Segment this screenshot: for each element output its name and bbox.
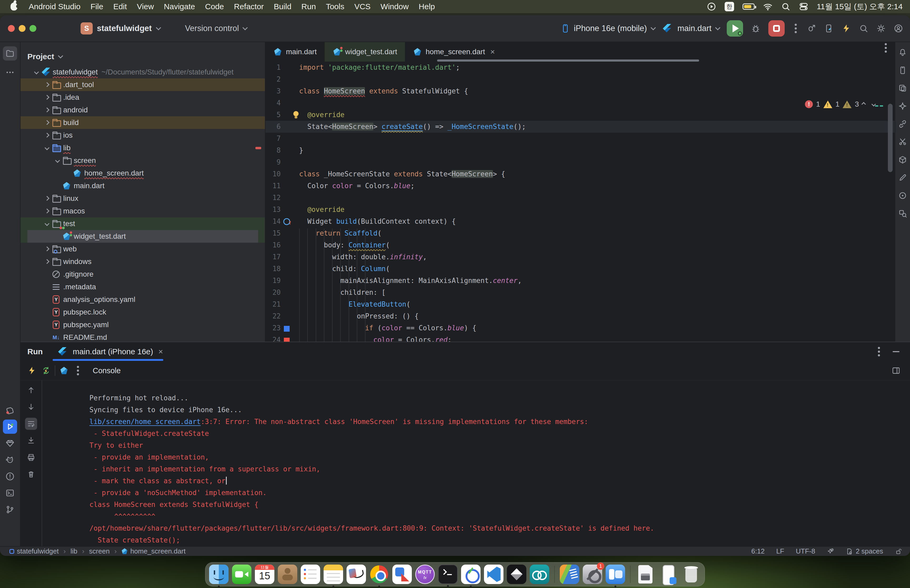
ai-assistant-disabled-icon[interactable] [827,548,834,555]
tree-row[interactable]: linux [21,192,265,205]
tree-chevron-icon[interactable] [43,244,52,254]
line-ending[interactable]: LF [776,547,784,556]
dock-app-icon[interactable] [346,565,366,584]
gutter-icon[interactable] [283,241,292,250]
dock-app-icon[interactable] [636,565,655,584]
menu-item[interactable]: Refactor [229,2,268,11]
menu-item[interactable]: File [86,2,108,11]
gutter-icon[interactable] [283,182,292,191]
dock-app-icon[interactable]: MQTT fx [415,565,435,584]
search-everywhere-icon[interactable] [859,24,868,33]
project-tool-button[interactable] [3,46,17,61]
settings-gear-icon[interactable] [876,24,886,33]
tree-chevron-icon[interactable] [43,333,52,342]
debug-icon[interactable] [751,24,760,33]
gutter-icon[interactable] [283,324,292,333]
tree-row[interactable]: home_screen.dart [21,167,265,179]
code-line[interactable]: 17 width: double.infinity, [265,251,895,263]
terminal-tool-button[interactable] [3,486,17,500]
run-tool-button[interactable] [3,420,17,434]
menu-item[interactable]: Help [414,2,440,11]
gutter-icon[interactable] [283,288,292,297]
code-line[interactable]: 13 @override [265,204,895,216]
code-line[interactable]: 15 return Scaffold( [265,228,895,239]
more-actions-icon[interactable] [795,27,797,29]
menu-item[interactable]: Run [296,2,321,11]
tree-row[interactable]: .dart_tool [21,78,265,91]
spotlight-search-icon[interactable] [781,2,790,11]
profile-icon[interactable] [894,24,903,33]
gutter-icon[interactable] [283,312,292,321]
code-line[interactable]: 18 child: Column( [265,263,895,275]
dock-app-icon[interactable] [606,565,625,584]
code-line[interactable]: 12 [265,192,895,204]
menu-item[interactable]: Edit [108,2,132,11]
tree-row[interactable]: README.md [21,331,265,342]
dock-app-icon[interactable]: 1 [583,565,602,584]
tree-chevron-icon[interactable] [43,295,52,304]
code-line[interactable]: 9 [265,156,895,168]
tree-row[interactable]: windows [21,255,265,268]
code-line[interactable]: 24 color = Colors.red; [265,334,895,342]
device-mirror-icon[interactable] [824,24,834,33]
dock-app-icon[interactable] [438,565,457,584]
tree-row[interactable]: screen [21,154,265,167]
stop-button[interactable] [768,20,785,37]
tree-row[interactable]: analysis_options.yaml [21,293,265,306]
tree-row[interactable]: build [21,116,265,129]
hide-panel-icon[interactable] [892,351,899,352]
tab-options-icon[interactable] [885,47,887,49]
gutter-icon[interactable] [283,276,292,285]
running-devices-icon[interactable] [898,84,907,93]
tree-chevron-icon[interactable] [43,257,52,266]
code-line[interactable]: 19 mainAxisAlignment: MainAxisAlignment.… [265,275,895,287]
code-line[interactable]: 6 State<HomeScreen> createSate() => _Hom… [265,121,895,132]
code-line[interactable]: 20 children: [ [265,287,895,299]
project-panel-header[interactable]: Project [21,42,265,63]
inspect-icon[interactable] [898,191,907,200]
tree-chevron-icon[interactable] [43,131,52,140]
tree-chevron-icon[interactable] [43,219,52,228]
dock-app-icon[interactable] [630,565,630,583]
menu-item[interactable]: View [132,2,159,11]
dock-app-icon[interactable] [323,565,343,584]
breadcrumb-item[interactable]: screen [89,547,119,556]
tree-chevron-icon[interactable] [43,105,52,115]
screen-record-icon[interactable] [707,2,716,11]
code-line[interactable]: 4 [265,97,895,109]
menu-item[interactable]: Code [200,2,229,11]
indent-setting[interactable]: 2 spaces [846,547,883,556]
console-output[interactable]: Performing hot reload... Syncing files t… [43,380,910,546]
code-line[interactable]: 10 class _HomeScreenState extends State<… [265,168,895,180]
close-tab-icon[interactable]: × [490,47,495,57]
run-button[interactable] [727,20,743,37]
tree-row[interactable]: .metadata [21,281,265,293]
gutter-icon[interactable] [283,75,292,84]
gutter-icon[interactable] [283,253,292,262]
tree-row[interactable]: statefulwidget ~/Documents/Study/flutter… [21,66,265,78]
tree-chevron-icon[interactable] [43,320,52,329]
ime-korean-indicator[interactable]: 한 [725,2,734,11]
code-line[interactable]: 22 onPressed: () { [265,310,895,322]
hot-reload-icon[interactable] [842,24,851,33]
menu-item[interactable]: Tools [321,2,349,11]
code-line[interactable]: 14 Widget build(BuildContext context) { [265,216,895,228]
tree-chevron-icon[interactable] [43,270,52,279]
panel-layout-icon[interactable] [892,366,900,375]
tree-chevron-icon[interactable] [43,80,52,89]
cut-icon[interactable] [898,137,907,146]
clear-console-icon[interactable] [25,468,37,480]
run-panel-options-icon[interactable] [878,351,880,353]
zoom-window-button[interactable] [29,25,36,32]
dock-app-icon[interactable] [681,565,701,584]
gutter-icon[interactable] [283,123,292,131]
code-line[interactable]: 16 body: Container( [265,239,895,251]
dock-app-icon[interactable] [232,565,251,584]
tree-row[interactable]: .idea [21,91,265,104]
tree-chevron-icon[interactable] [43,118,52,127]
tree-row[interactable]: .gitignore [21,268,265,281]
tree-chevron-icon[interactable] [43,144,52,152]
close-window-button[interactable] [8,25,15,32]
code-line[interactable]: 8 } [265,144,895,156]
gutter-icon[interactable] [283,205,292,214]
